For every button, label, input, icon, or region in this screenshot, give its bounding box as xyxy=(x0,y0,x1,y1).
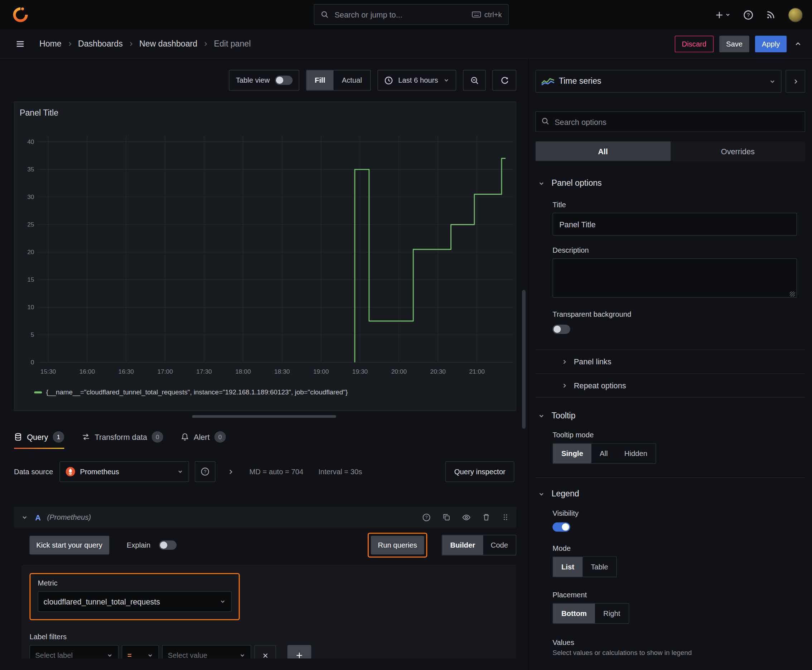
select-value-dropdown[interactable]: Select value xyxy=(162,645,251,658)
all-option[interactable]: All xyxy=(536,141,671,161)
metric-label: Metric xyxy=(38,579,232,587)
metric-value: cloudflared_tunnel_total_requests xyxy=(44,597,160,606)
placement-bottom[interactable]: Bottom xyxy=(553,604,595,623)
svg-text:16:30: 16:30 xyxy=(119,368,134,375)
time-range-label: Last 6 hours xyxy=(398,76,438,85)
query-inspector-button[interactable]: Query inspector xyxy=(445,461,514,482)
query-ref-id[interactable]: A xyxy=(35,513,41,522)
metric-select[interactable]: cloudflared_tunnel_total_requests xyxy=(38,591,232,612)
label-filters-label: Label filters xyxy=(29,633,508,641)
breadcrumb-dashboards[interactable]: Dashboards xyxy=(78,39,123,48)
fill-option[interactable]: Fill xyxy=(307,71,334,90)
main-scrollbar[interactable] xyxy=(522,290,526,429)
zoom-out-button[interactable] xyxy=(463,70,486,91)
chevron-right-icon xyxy=(203,41,209,47)
chevron-down-icon[interactable] xyxy=(20,514,29,521)
repeat-options-section[interactable]: Repeat options xyxy=(536,374,805,398)
panel-links-section[interactable]: Panel links xyxy=(536,350,805,374)
options-search-input[interactable] xyxy=(536,111,805,132)
help-button[interactable]: ? xyxy=(743,10,754,20)
overrides-option[interactable]: Overrides xyxy=(670,141,805,161)
hide-query-button[interactable] xyxy=(461,513,471,522)
max-datapoints-stat: MD = auto = 704 xyxy=(249,467,303,475)
drag-handle[interactable] xyxy=(501,513,510,521)
kick-start-button[interactable]: Kick start your query xyxy=(29,536,109,554)
duplicate-query-button[interactable] xyxy=(441,513,451,521)
transparent-bg-toggle[interactable] xyxy=(553,325,570,334)
menu-toggle-button[interactable] xyxy=(8,39,32,48)
panel-options-title: Panel options xyxy=(551,179,602,188)
tab-query[interactable]: Query 1 xyxy=(14,425,64,449)
avatar[interactable] xyxy=(788,7,803,22)
tooltip-mode-all[interactable]: All xyxy=(592,444,616,464)
query-help-button[interactable]: ? xyxy=(421,513,432,522)
resize-grip-icon[interactable] xyxy=(790,291,795,296)
tab-transform-data[interactable]: Transform data 0 xyxy=(81,425,163,449)
chevron-right-icon xyxy=(228,468,234,475)
editor-tabs: Query 1 Transform data 0 Alert 0 xyxy=(0,425,528,449)
repeat-options-label: Repeat options xyxy=(574,381,626,390)
run-queries-button[interactable]: Run queries xyxy=(371,536,424,554)
legend-section-title: Legend xyxy=(551,489,579,499)
operator-dropdown[interactable]: = xyxy=(122,645,159,658)
time-series-chart[interactable]: 051015202530354015:3016:0016:3017:0017:3… xyxy=(15,121,517,379)
datasource-help-button[interactable]: ? xyxy=(195,461,216,482)
select-label-dropdown[interactable]: Select label xyxy=(29,645,119,658)
panel-options-header[interactable]: Panel options xyxy=(536,179,805,188)
query-row-header[interactable]: A (Prometheus) ? xyxy=(14,507,516,528)
workspace: Table view Fill Actual Last 6 hours xyxy=(0,58,812,670)
collapse-toolbar-button[interactable] xyxy=(792,38,804,49)
panel-view-toolbar: Table view Fill Actual Last 6 hours xyxy=(14,70,516,91)
legend-mode-list[interactable]: List xyxy=(553,557,583,577)
tooltip-section-header[interactable]: Tooltip xyxy=(536,411,805,420)
hamburger-icon xyxy=(15,39,25,48)
svg-text:10: 10 xyxy=(27,303,34,311)
options-search[interactable] xyxy=(536,111,805,132)
discard-button[interactable]: Discard xyxy=(675,36,714,52)
values-label: Values xyxy=(553,638,797,646)
add-filter-button[interactable] xyxy=(288,645,312,658)
pane-resize-handle[interactable] xyxy=(192,415,336,418)
refresh-button[interactable] xyxy=(493,70,517,91)
actual-option[interactable]: Actual xyxy=(334,71,371,90)
global-search[interactable]: ctrl+k xyxy=(314,4,509,25)
explain-toggle[interactable] xyxy=(159,540,176,550)
breadcrumb-home[interactable]: Home xyxy=(39,39,61,48)
tab-alert-label: Alert xyxy=(194,432,210,441)
transparent-bg-label: Transparent background xyxy=(553,310,797,318)
legend-visibility-toggle[interactable] xyxy=(553,522,570,531)
code-option[interactable]: Code xyxy=(483,535,516,555)
viz-type-select[interactable]: Time series xyxy=(536,70,781,93)
delete-query-button[interactable] xyxy=(481,513,492,521)
datasource-options-expand[interactable] xyxy=(227,468,236,475)
caret-down-icon xyxy=(177,469,183,475)
breadcrumb-new-dashboard[interactable]: New dashboard xyxy=(139,39,197,48)
tab-alert[interactable]: Alert 0 xyxy=(181,425,226,449)
global-search-input[interactable] xyxy=(334,10,467,19)
plus-icon xyxy=(715,11,724,19)
all-overrides-switch: All Overrides xyxy=(536,141,805,161)
news-button[interactable] xyxy=(766,10,775,19)
chart-legend[interactable]: {__name__="cloudflared_tunnel_total_requ… xyxy=(34,388,348,396)
operator-value: = xyxy=(127,651,132,658)
viz-suggestions-button[interactable] xyxy=(785,70,805,93)
title-field-label: Title xyxy=(553,200,797,209)
tooltip-mode-hidden[interactable]: Hidden xyxy=(616,444,656,464)
remove-filter-button[interactable] xyxy=(254,645,276,658)
legend-mode-table[interactable]: Table xyxy=(583,557,617,577)
placement-right[interactable]: Right xyxy=(595,604,629,623)
legend-section-header[interactable]: Legend xyxy=(536,489,805,499)
time-range-picker[interactable]: Last 6 hours xyxy=(377,70,456,91)
new-menu-button[interactable] xyxy=(715,11,731,19)
svg-text:5: 5 xyxy=(31,331,34,338)
grafana-logo-icon[interactable] xyxy=(12,7,29,23)
table-view-toggle[interactable] xyxy=(275,76,293,85)
builder-option[interactable]: Builder xyxy=(442,535,483,555)
panel-title-input[interactable] xyxy=(553,213,797,235)
apply-button[interactable]: Apply xyxy=(755,36,787,52)
tooltip-mode-single[interactable]: Single xyxy=(553,444,592,464)
tooltip-content: Tooltip mode Single All Hidden xyxy=(553,431,805,464)
save-button[interactable]: Save xyxy=(719,36,749,52)
datasource-select[interactable]: Prometheus xyxy=(60,461,190,482)
panel-description-input[interactable] xyxy=(553,259,797,298)
